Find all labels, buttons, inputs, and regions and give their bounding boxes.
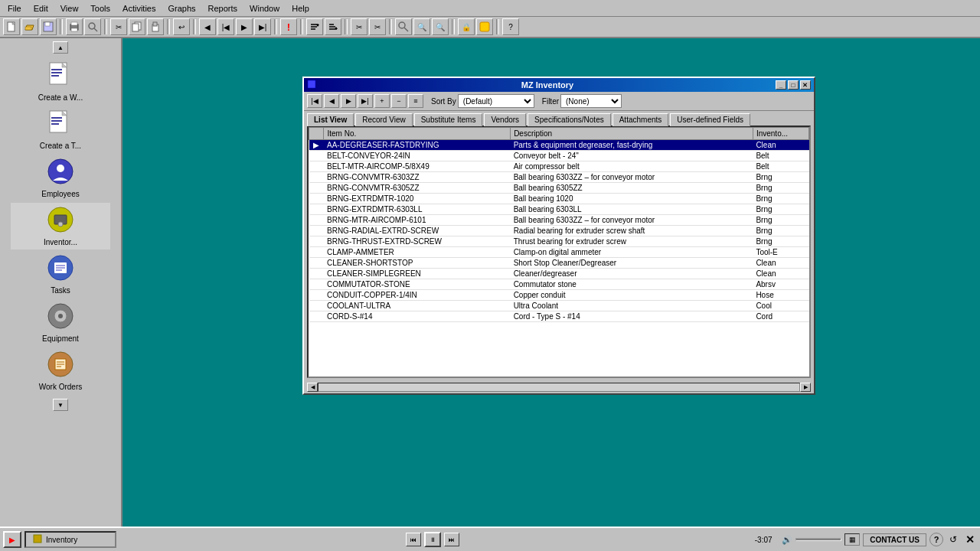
toolbar-zoom2[interactable]: 🔍	[432, 18, 449, 35]
taskbar-inventory-item[interactable]: Inventory	[24, 531, 116, 548]
toolbar-sep10	[496, 19, 499, 34]
toolbar-scissors2[interactable]: ✂	[369, 18, 386, 35]
media-pause[interactable]: ⏸	[424, 532, 441, 547]
sidebar-item-tasks[interactable]: Tasks	[11, 251, 110, 298]
toolbar-help[interactable]: ?	[502, 18, 519, 35]
table-row[interactable]: BRNG-THRUST-EXTRD-SCREW Thrust bearing f…	[309, 236, 809, 247]
toolbar-exclaim[interactable]: !	[280, 18, 297, 35]
hscroll-left[interactable]: ◀	[307, 383, 318, 392]
toolbar-sort-asc[interactable]	[306, 18, 323, 35]
inv-maximize-btn[interactable]: □	[788, 80, 799, 90]
tab-specs[interactable]: Specifications/Notes	[528, 113, 611, 126]
inv-nav-prev[interactable]: ◀	[324, 94, 339, 108]
toolbar-new[interactable]	[3, 18, 20, 35]
table-row[interactable]: CORD-S-#14 Cord - Type S - #14 Cord	[309, 311, 809, 322]
inv-nav-add[interactable]: +	[374, 94, 390, 108]
filter-dropdown[interactable]: (None)	[560, 94, 622, 108]
toolbar-find[interactable]	[395, 18, 412, 35]
inv-nav-delete[interactable]: −	[391, 94, 407, 108]
table-row[interactable]: BRNG-EXTRDMTR-6303LL Ball bearing 6303LL…	[309, 204, 809, 215]
inv-nav-first[interactable]: |◀	[307, 94, 322, 108]
table-row[interactable]: COOLANT-ULTRA Ultra Coolant Cool	[309, 301, 809, 311]
inv-nav-last[interactable]: ▶|	[358, 94, 373, 108]
toolbar-open[interactable]	[21, 18, 38, 35]
table-row[interactable]: CLEANER-SIMPLEGREEN Cleaner/degreaser Cl…	[309, 269, 809, 279]
toolbar-forward[interactable]: ▶	[236, 18, 253, 35]
sidebar-item-work-orders[interactable]: Work Orders	[11, 347, 110, 394]
toolbar-paste[interactable]	[147, 18, 164, 35]
table-row[interactable]: BELT-MTR-AIRCOMP-5/8X49 Air compressor b…	[309, 161, 809, 172]
table-row[interactable]: BRNG-CONVMTR-6303ZZ Ball bearing 6303ZZ …	[309, 172, 809, 183]
toolbar-find2[interactable]: 🔍	[413, 18, 430, 35]
menu-activities[interactable]: Activities	[116, 2, 162, 15]
table-row[interactable]: BELT-CONVEYOR-24IN Conveyor belt - 24" B…	[309, 151, 809, 161]
sort-dropdown[interactable]: (Default)	[458, 94, 534, 108]
toolbar-nav-end[interactable]: ▶|	[254, 18, 271, 35]
table-row[interactable]: BRNG-EXTRDMTR-1020 Ball bearing 1020 Brn…	[309, 194, 809, 204]
svg-rect-29	[51, 117, 62, 119]
volume-slider[interactable]	[795, 538, 841, 541]
menu-view[interactable]: View	[54, 2, 85, 15]
sidebar-down-arrow[interactable]: ▼	[53, 399, 68, 411]
sidebar-up-arrow[interactable]: ▲	[53, 41, 68, 54]
table-row[interactable]: CLEANER-SHORTSTOP Short Stop Cleaner/Deg…	[309, 258, 809, 269]
table-row[interactable]: BRNG-MTR-AIRCOMP-6101 Ball bearing 6303Z…	[309, 215, 809, 226]
toolbar-back[interactable]: ◀	[199, 18, 216, 35]
taskbar-start-btn[interactable]: ▶	[3, 531, 21, 548]
table-row[interactable]: CLAMP-AMMETER Clamp-on digital ammeter T…	[309, 247, 809, 258]
hscroll-right[interactable]: ▶	[800, 383, 811, 392]
table-row[interactable]: COMMUTATOR-STONE Commutator stone Abrsv	[309, 279, 809, 290]
tab-attachments[interactable]: Attachments	[612, 113, 669, 126]
menu-edit[interactable]: Edit	[28, 2, 54, 15]
toolbar-save[interactable]	[40, 18, 57, 35]
col-inv-header[interactable]: Invento...	[753, 128, 808, 140]
menu-tools[interactable]: Tools	[84, 2, 116, 15]
inv-minimize-btn[interactable]: _	[776, 80, 786, 90]
sidebar-item-create-w[interactable]: Create a W...	[11, 58, 110, 105]
toolbar-zoom[interactable]	[84, 18, 101, 35]
media-skip-forward[interactable]: ⏭	[444, 533, 459, 546]
close-bottom-btn[interactable]: ✕	[963, 533, 977, 546]
inv-close-btn[interactable]: ✕	[800, 80, 811, 90]
tab-list-view[interactable]: List View	[307, 113, 354, 126]
sidebar-item-create-t[interactable]: Create a T...	[11, 106, 110, 153]
toolbar-cut[interactable]: ✂	[110, 18, 127, 35]
media-skip-back[interactable]: ⏮	[406, 533, 421, 546]
sidebar-item-employees[interactable]: Employees	[11, 155, 110, 201]
row-indicator	[309, 311, 324, 322]
toolbar-lock[interactable]: 🔒	[458, 18, 475, 35]
toolbar-print[interactable]	[66, 18, 83, 35]
toolbar-sort-desc[interactable]	[325, 18, 341, 35]
refresh-btn[interactable]: ↺	[946, 533, 960, 546]
menu-help[interactable]: Help	[286, 2, 315, 15]
tab-record-view[interactable]: Record View	[355, 113, 413, 126]
inv-nav-list[interactable]: ≡	[408, 94, 423, 108]
help-btn[interactable]: ?	[929, 533, 943, 546]
tab-substitute-items[interactable]: Substitute Items	[414, 113, 483, 126]
table-row[interactable]: BRNG-CONVMTR-6305ZZ Ball bearing 6305ZZ …	[309, 183, 809, 194]
col-indicator[interactable]	[309, 128, 324, 140]
sidebar-item-inventory[interactable]: Inventor...	[11, 203, 110, 249]
toolbar-sep2	[104, 19, 107, 34]
tab-vendors[interactable]: Vendors	[484, 113, 526, 126]
menu-reports[interactable]: Reports	[202, 2, 244, 15]
menu-file[interactable]: File	[2, 2, 28, 15]
toolbar-icon1[interactable]	[476, 18, 493, 35]
table-row[interactable]: ▶ AA-DEGREASER-FASTDRYING Parts & equipm…	[309, 140, 809, 151]
hscroll-track[interactable]	[318, 383, 800, 392]
toolbar-cut2[interactable]: ✂	[351, 18, 368, 35]
col-item-header[interactable]: Item No.	[324, 128, 511, 140]
tab-user-defined[interactable]: User-defined Fields	[670, 113, 750, 126]
col-desc-header[interactable]: Description	[511, 128, 753, 140]
sidebar-item-equipment[interactable]: Equipment	[11, 299, 110, 346]
inv-nav-next[interactable]: ▶	[341, 94, 356, 108]
toolbar-nav-begin[interactable]: |◀	[217, 18, 234, 35]
display-icon[interactable]: ▦	[844, 533, 860, 546]
toolbar-undo[interactable]: ↩	[173, 18, 190, 35]
menu-window[interactable]: Window	[243, 2, 286, 15]
menu-graphs[interactable]: Graphs	[162, 2, 201, 15]
table-row[interactable]: BRNG-RADIAL-EXTRD-SCREW Radial bearing f…	[309, 226, 809, 236]
toolbar-copy[interactable]	[129, 18, 145, 35]
table-row[interactable]: CONDUIT-COPPER-1/4IN Copper conduit Hose	[309, 290, 809, 301]
contact-us-btn[interactable]: CONTACT US	[863, 533, 926, 546]
